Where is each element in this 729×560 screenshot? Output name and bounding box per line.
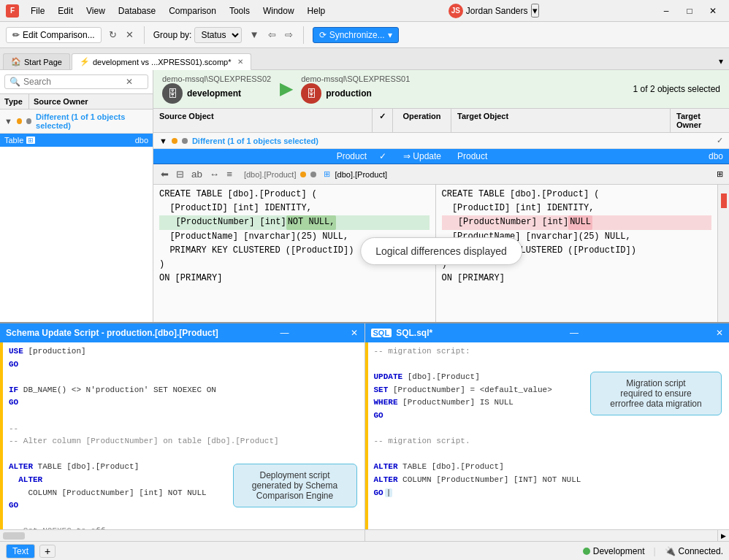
tab-dev[interactable]: ⚡ development vs ...XPRESS01).scomp* ✕ [72,53,251,70]
comparison-tab-icon: ⚡ [80,57,90,66]
right-expand-icon[interactable]: ▼ [159,137,167,145]
col-type: Type [0,94,29,109]
clear-search-btn[interactable]: ✕ [126,77,133,87]
tab-start[interactable]: 🏠 Start Page [3,53,70,69]
bottom-right-minimize[interactable]: — [570,328,579,338]
bottom-right-header: SQL SQL.sql* — ✕ [365,323,730,342]
right-section-label: Different (1 of 1 objects selected) [192,137,318,145]
dot-source [17,118,22,124]
bottom-left-header: Schema Update Script - production.[dbo].… [0,323,364,342]
code-btn4[interactable]: ↔ [208,167,221,181]
bottom-right-code: -- migration script: UPDATE [dbo].[Produ… [368,342,730,529]
menu-view[interactable]: View [80,4,111,18]
r-kw-where: WHERE [374,398,398,407]
arrow-left-btn[interactable]: ⇦ [267,28,278,42]
bottom-left-hscroll[interactable] [0,529,364,541]
object-row-table[interactable]: Table ⊞ dbo [0,134,153,147]
edit-comparison-btn[interactable]: ✏ Edit Comparison... [6,27,102,43]
code-dot-grey [310,172,316,177]
menu-database[interactable]: Database [112,4,161,18]
r-code-line-7: ON [PRIMARY] [442,272,712,285]
menu-file[interactable]: File [25,4,50,18]
group-by-control: Group by: Status [153,27,243,43]
r-kw-alter1: ALTER [374,462,398,471]
code-line-7: ON [PRIMARY] [159,272,430,285]
filter-btn[interactable]: ▼ [248,28,260,42]
r-kw-go2: GO [374,488,383,497]
hscroll-right-btn[interactable]: ▶ [717,530,729,542]
bottom-area: Schema Update Script - production.[dbo].… [0,322,729,541]
source-label-row: 🗄 development [162,83,271,104]
connection-bar: demo-mssql\SQLEXPRESS02 🗄 development ▶ … [153,70,729,109]
main-area: 🔍 ✕ Type Source Owner ▼ [0,70,729,560]
code-btn5[interactable]: ≡ [225,167,234,181]
kw-alter2: ALTER [18,475,42,484]
table-label: Table [4,136,23,145]
right-scrollbar[interactable] [717,164,729,322]
dev-dot [583,548,590,555]
code-table-icon: ⊞ [324,169,330,179]
code-toolbar: ⬅ ⊟ ab ↔ ≡ [dbo].[Product] ⊞ [dbo].[Prod… [153,164,729,185]
bottom-right-title: SQL.sql* [396,328,432,338]
code-btn2[interactable]: ⊟ [175,167,186,181]
col-src-obj: Source Object [153,109,373,132]
expand-icon[interactable]: ▼ [4,117,12,126]
r-kw-go1: GO [374,411,383,420]
bottom-left-minimize[interactable]: — [280,328,289,338]
code-btn3[interactable]: ab [190,167,204,181]
r-code-line-3: [ProductNumber] [int] NULL [442,215,712,229]
start-page-icon: 🏠 [11,57,21,66]
col-tgt-owner: Target Owner [671,109,729,132]
close-btn[interactable]: ✕ [703,4,723,18]
r-co1: -- migration script: [374,347,470,356]
code-line-3: [ProductNumber] [int] NOT NULL, [159,215,430,229]
r-code-line-2: [ProductID] [int] IDENTITY, [442,202,712,215]
bottom-left-close[interactable]: ✕ [351,328,358,338]
co-noexec: -- Set NOEXEC to off [9,526,105,529]
logical-diff-text: Logical differences displayed [375,245,507,257]
source-path: demo-mssql\SQLEXPRESS02 [162,74,271,83]
right-dot-grey [182,138,188,144]
migration-tooltip-text: Migration scriptrequired to ensureerrorf… [610,378,701,409]
arrow-icon: ▶ [280,80,292,99]
code-back-btn[interactable]: ⬅ [159,167,170,181]
scroll-indicator [721,193,727,208]
menu-tools[interactable]: Tools [224,4,256,18]
add-tab-btn[interactable]: + [39,545,56,558]
target-label: production [326,88,372,99]
right-object-row[interactable]: Product ✓ ⇒ Update Product dbo [153,149,729,164]
target-label-row: 🗄 production [301,83,410,104]
menu-window[interactable]: Window [257,4,300,18]
bottom-left-title: Schema Update Script - production.[dbo].… [6,328,218,338]
user-menu-btn[interactable]: ▾ [531,4,539,18]
menu-edit[interactable]: Edit [52,4,79,18]
tab-overflow-btn[interactable]: ▾ [716,53,726,69]
target-db-icon: 🗄 [301,83,321,104]
code-dot-orange [300,172,306,177]
text-tab[interactable]: Text [6,544,35,559]
maximize-btn[interactable]: □ [679,4,700,18]
code-view-btn[interactable]: ⊞ [717,169,723,179]
kw-go1: GO [9,360,18,369]
bottom-right-content: -- migration script: UPDATE [dbo].[Produ… [365,342,730,529]
sync-icon: ⟳ [319,30,327,40]
r-co2: -- migration script. [374,437,470,445]
bottom-right-close[interactable]: ✕ [716,328,723,338]
hscroll-thumb [3,532,25,540]
menu-help[interactable]: Help [302,4,332,18]
search-input[interactable] [23,77,126,87]
refresh-btn[interactable]: ↻ [107,28,118,42]
minimize-btn[interactable]: – [656,4,676,18]
sync-dropdown-icon: ▾ [388,30,392,40]
window-controls: – □ ✕ [656,4,723,18]
synchronize-btn[interactable]: ⟳ Synchronize... ▾ [313,27,399,43]
menu-comparison[interactable]: Comparison [163,4,222,18]
tab-close-btn[interactable]: ✕ [237,58,243,66]
toolbar: ✏ Edit Comparison... ↻ ✕ Group by: Statu… [0,22,729,48]
arrow-right-btn[interactable]: ⇨ [283,28,294,42]
close-comparison-btn[interactable]: ✕ [124,28,135,42]
group-by-select[interactable]: Status [194,27,242,43]
right-tgt-owner: dbo [671,149,729,164]
right-op-cell: ⇒ Update [393,151,451,161]
bottom-right-hscroll[interactable]: ▶ [365,529,730,541]
